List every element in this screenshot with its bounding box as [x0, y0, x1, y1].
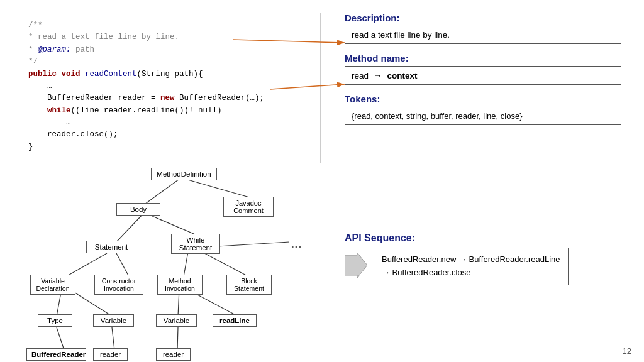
code-line-5: public void readContent(String path){: [28, 70, 203, 79]
method-name-arrow: →: [374, 70, 382, 80]
node-method-definition: MethodDefinition: [151, 168, 217, 180]
svg-line-18: [112, 327, 114, 350]
code-line-7: BufferedReader reader = new BufferedRead…: [28, 94, 264, 102]
svg-marker-3: [345, 253, 367, 278]
tree-area: MethodDefinition Body JavadocComment Sta…: [19, 167, 340, 361]
node-variable-1: Variable: [93, 314, 134, 327]
node-readline: readLine: [213, 314, 257, 327]
svg-line-10: [116, 253, 129, 277]
svg-line-6: [116, 216, 142, 242]
code-line-2: * read a text file line by line.: [28, 33, 179, 41]
node-method-invocation: MethodInvocation: [157, 275, 203, 295]
api-panel: API Sequence: BufferedReader.new → Buffe…: [345, 233, 628, 285]
node-body: Body: [116, 203, 160, 216]
page-number: 12: [623, 346, 631, 356]
code-line-6: …: [28, 82, 52, 90]
tokens-label: Tokens:: [345, 94, 621, 104]
code-line-4: */: [28, 57, 38, 66]
api-label: API Sequence:: [345, 233, 628, 244]
node-type: Type: [38, 314, 72, 327]
code-line-3: * @param: path: [28, 45, 94, 54]
description-label: Description:: [345, 13, 621, 23]
node-bufferedreader: BufferedReader: [26, 348, 86, 361]
node-variable-2: Variable: [156, 314, 197, 327]
svg-line-4: [145, 179, 179, 204]
code-line-8: while((line=reader.readLine())!=null): [28, 106, 222, 115]
method-name-from: read: [352, 71, 369, 80]
node-while-statement: WhileStatement: [171, 234, 220, 254]
right-panel: Description: read a text file line by li…: [345, 13, 621, 134]
code-line-9: …: [28, 118, 71, 127]
node-statement: Statement: [86, 241, 136, 253]
description-value: read a text file line by line.: [352, 30, 450, 40]
tree-lines-svg: [19, 167, 340, 361]
node-variable-declaration: VariableDeclaration: [30, 275, 75, 295]
svg-line-9: [66, 253, 107, 277]
node-constructor-invocation: ConstructorInvocation: [94, 275, 143, 295]
code-panel: /** * read a text file line by line. * @…: [19, 13, 321, 163]
node-reader-2: reader: [156, 348, 191, 361]
api-line1: BufferedReader.new → BufferedReader.read…: [382, 253, 560, 266]
method-name-to: context: [387, 71, 418, 80]
method-name-label: Method name:: [345, 53, 621, 63]
svg-line-7: [151, 216, 198, 236]
tree-dots: …: [291, 238, 302, 251]
code-line-1: /**: [28, 21, 43, 30]
svg-line-5: [186, 179, 252, 198]
code-line-11: }: [28, 143, 33, 151]
svg-line-17: [57, 327, 64, 350]
tokens-box: {read, context, string, buffer, reader, …: [345, 107, 621, 125]
api-box: BufferedReader.new → BufferedReader.read…: [374, 248, 569, 285]
node-reader-1: reader: [93, 348, 128, 361]
description-box: read a text file line by line.: [345, 26, 621, 44]
big-arrow-icon: [345, 253, 367, 278]
svg-line-19: [177, 327, 178, 350]
node-block-statement: BlockStatement: [226, 275, 272, 295]
api-line2: → BufferedReader.close: [382, 266, 560, 280]
node-javadoc-comment: JavadocComment: [223, 197, 274, 217]
code-line-10: reader.close();: [28, 130, 118, 139]
method-name-box: read → context: [345, 66, 621, 85]
tokens-value: {read, context, string, buffer, reader, …: [352, 111, 522, 121]
